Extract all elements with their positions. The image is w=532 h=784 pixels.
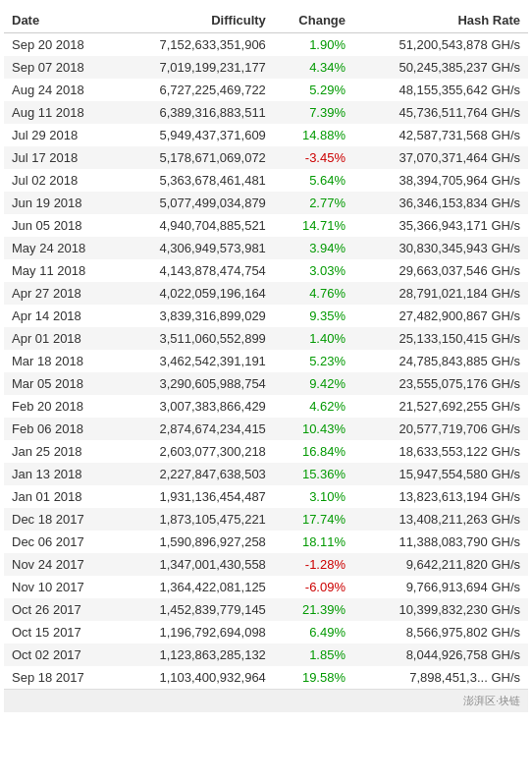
table-header-row: Date Difficulty Change Hash Rate xyxy=(4,8,528,33)
cell-hashrate: 28,791,021,184 GH/s xyxy=(353,282,528,305)
cell-date: Jun 05 2018 xyxy=(4,214,118,237)
cell-hashrate: 36,346,153,834 GH/s xyxy=(353,192,528,214)
cell-difficulty: 1,590,896,927,258 xyxy=(118,531,274,553)
table-row: Oct 15 20171,196,792,694,0986.49%8,566,9… xyxy=(4,621,528,644)
cell-change: 3.03% xyxy=(274,259,353,282)
cell-change: -3.45% xyxy=(274,146,353,169)
cell-change: -6.09% xyxy=(274,576,353,598)
cell-date: Apr 27 2018 xyxy=(4,282,118,305)
cell-date: Dec 06 2017 xyxy=(4,531,118,553)
cell-difficulty: 2,874,674,234,415 xyxy=(118,418,274,440)
cell-date: Oct 26 2017 xyxy=(4,598,118,621)
cell-change: 7.39% xyxy=(274,101,353,124)
cell-date: Sep 18 2017 xyxy=(4,666,118,689)
cell-hashrate: 38,394,705,964 GH/s xyxy=(353,169,528,192)
cell-difficulty: 2,603,077,300,218 xyxy=(118,440,274,463)
cell-change: 1.85% xyxy=(274,644,353,666)
cell-hashrate: 20,577,719,706 GH/s xyxy=(353,418,528,440)
cell-difficulty: 1,452,839,779,145 xyxy=(118,598,274,621)
cell-hashrate: 18,633,553,122 GH/s xyxy=(353,440,528,463)
cell-change: 21.39% xyxy=(274,598,353,621)
table-row: Oct 26 20171,452,839,779,14521.39%10,399… xyxy=(4,598,528,621)
table-row: Dec 06 20171,590,896,927,25818.11%11,388… xyxy=(4,531,528,553)
col-header-difficulty: Difficulty xyxy=(118,8,274,33)
table-row: Apr 27 20184,022,059,196,1644.76%28,791,… xyxy=(4,282,528,305)
table-row: Jun 19 20185,077,499,034,8792.77%36,346,… xyxy=(4,192,528,214)
table-row: Jan 13 20182,227,847,638,50315.36%15,947… xyxy=(4,463,528,485)
cell-difficulty: 3,839,316,899,029 xyxy=(118,305,274,327)
cell-hashrate: 23,555,075,176 GH/s xyxy=(353,372,528,395)
cell-hashrate: 51,200,543,878 GH/s xyxy=(353,33,528,57)
cell-hashrate: 42,587,731,568 GH/s xyxy=(353,124,528,146)
cell-hashrate: 35,366,943,171 GH/s xyxy=(353,214,528,237)
table-row: Sep 07 20187,019,199,231,1774.34%50,245,… xyxy=(4,56,528,79)
cell-change: 18.11% xyxy=(274,531,353,553)
table-row: Nov 24 20171,347,001,430,558-1.28%9,642,… xyxy=(4,553,528,576)
cell-date: Feb 20 2018 xyxy=(4,395,118,418)
cell-change: 14.88% xyxy=(274,124,353,146)
cell-hashrate: 13,823,613,194 GH/s xyxy=(353,485,528,508)
cell-difficulty: 7,019,199,231,177 xyxy=(118,56,274,79)
cell-date: Jan 01 2018 xyxy=(4,485,118,508)
cell-difficulty: 1,931,136,454,487 xyxy=(118,485,274,508)
cell-date: Nov 24 2017 xyxy=(4,553,118,576)
table-row: Jan 01 20181,931,136,454,4873.10%13,823,… xyxy=(4,485,528,508)
cell-hashrate: 30,830,345,943 GH/s xyxy=(353,237,528,259)
cell-date: Jul 29 2018 xyxy=(4,124,118,146)
cell-change: 1.90% xyxy=(274,33,353,57)
main-container: Date Difficulty Change Hash Rate Sep 20 … xyxy=(0,0,532,720)
cell-change: 2.77% xyxy=(274,192,353,214)
col-header-hashrate: Hash Rate xyxy=(353,8,528,33)
cell-difficulty: 1,103,400,932,964 xyxy=(118,666,274,689)
cell-change: 10.43% xyxy=(274,418,353,440)
cell-change: 3.10% xyxy=(274,485,353,508)
cell-hashrate: 7,898,451,3... GH/s xyxy=(353,666,528,689)
cell-date: Sep 07 2018 xyxy=(4,56,118,79)
cell-change: 5.29% xyxy=(274,79,353,101)
cell-change: -1.28% xyxy=(274,553,353,576)
cell-change: 16.84% xyxy=(274,440,353,463)
table-row: Jun 05 20184,940,704,885,52114.71%35,366… xyxy=(4,214,528,237)
cell-hashrate: 48,155,355,642 GH/s xyxy=(353,79,528,101)
cell-difficulty: 1,123,863,285,132 xyxy=(118,644,274,666)
cell-difficulty: 5,363,678,461,481 xyxy=(118,169,274,192)
cell-change: 4.62% xyxy=(274,395,353,418)
cell-date: Aug 24 2018 xyxy=(4,79,118,101)
cell-change: 9.35% xyxy=(274,305,353,327)
cell-hashrate: 8,044,926,758 GH/s xyxy=(353,644,528,666)
cell-date: Jan 25 2018 xyxy=(4,440,118,463)
cell-change: 4.34% xyxy=(274,56,353,79)
cell-hashrate: 29,663,037,546 GH/s xyxy=(353,259,528,282)
cell-difficulty: 1,364,422,081,125 xyxy=(118,576,274,598)
cell-date: Oct 02 2017 xyxy=(4,644,118,666)
table-row: Apr 14 20183,839,316,899,0299.35%27,482,… xyxy=(4,305,528,327)
cell-date: Jun 19 2018 xyxy=(4,192,118,214)
cell-change: 9.42% xyxy=(274,372,353,395)
cell-date: Mar 18 2018 xyxy=(4,350,118,372)
cell-difficulty: 4,143,878,474,754 xyxy=(118,259,274,282)
cell-change: 4.76% xyxy=(274,282,353,305)
cell-hashrate: 37,070,371,464 GH/s xyxy=(353,146,528,169)
cell-date: Dec 18 2017 xyxy=(4,508,118,531)
cell-date: Jan 13 2018 xyxy=(4,463,118,485)
cell-difficulty: 7,152,633,351,906 xyxy=(118,33,274,57)
table-row: Aug 11 20186,389,316,883,5117.39%45,736,… xyxy=(4,101,528,124)
footer-bar: 澎湃区·块链 xyxy=(4,689,528,712)
cell-difficulty: 4,306,949,573,981 xyxy=(118,237,274,259)
table-row: Sep 18 20171,103,400,932,96419.58%7,898,… xyxy=(4,666,528,689)
table-row: Nov 10 20171,364,422,081,125-6.09%9,766,… xyxy=(4,576,528,598)
cell-date: May 11 2018 xyxy=(4,259,118,282)
table-row: Jul 29 20185,949,437,371,60914.88%42,587… xyxy=(4,124,528,146)
table-row: Apr 01 20183,511,060,552,8991.40%25,133,… xyxy=(4,327,528,350)
cell-hashrate: 21,527,692,255 GH/s xyxy=(353,395,528,418)
cell-change: 5.64% xyxy=(274,169,353,192)
cell-date: Aug 11 2018 xyxy=(4,101,118,124)
col-header-change: Change xyxy=(274,8,353,33)
cell-change: 1.40% xyxy=(274,327,353,350)
cell-difficulty: 2,227,847,638,503 xyxy=(118,463,274,485)
cell-difficulty: 6,727,225,469,722 xyxy=(118,79,274,101)
cell-difficulty: 1,873,105,475,221 xyxy=(118,508,274,531)
cell-hashrate: 25,133,150,415 GH/s xyxy=(353,327,528,350)
cell-date: Feb 06 2018 xyxy=(4,418,118,440)
cell-hashrate: 9,766,913,694 GH/s xyxy=(353,576,528,598)
